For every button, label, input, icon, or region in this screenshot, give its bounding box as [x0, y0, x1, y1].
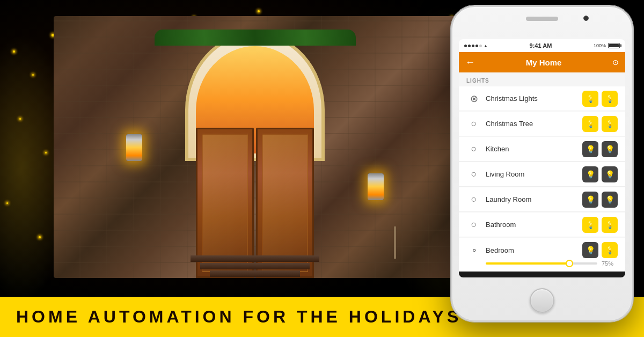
light-icon-3: ○	[466, 167, 481, 182]
light-item-3: ○Living Room💡💡	[459, 162, 625, 187]
light-icon-1: ○	[466, 116, 481, 131]
bedroom-controls: 💡 💡	[582, 242, 618, 258]
light-off-btn-3[interactable]: 💡	[582, 166, 598, 182]
dot-2	[468, 45, 471, 47]
back-button[interactable]: ←	[465, 57, 475, 68]
light-controls-4: 💡💡	[582, 192, 618, 208]
light-off-btn-0[interactable]: 💡	[582, 91, 598, 107]
light-on-btn-0[interactable]: 💡	[602, 91, 618, 107]
light-item-5: ○Bathroom💡💡	[459, 213, 625, 237]
phone-outer: ▲ 9:41 AM 100% ← My Home ⊙ LIGHTS	[451, 5, 633, 322]
light-off-btn-4[interactable]: 💡	[582, 192, 598, 208]
step-3	[210, 270, 300, 277]
light-off-btn-5[interactable]: 💡	[582, 217, 598, 233]
light-name-5: Bathroom	[486, 221, 582, 229]
slider-pct: 75%	[602, 260, 618, 267]
railing	[394, 226, 396, 259]
lights-list: ⊗Christmas Lights💡💡○Christmas Tree💡💡○Kit…	[459, 86, 625, 237]
step-2	[200, 263, 310, 269]
light-name-1: Christmas Tree	[486, 120, 582, 128]
slider-thumb	[566, 260, 573, 267]
light-on-btn-1[interactable]: 💡	[602, 116, 618, 132]
battery-pct: 100%	[594, 43, 606, 48]
light-on-btn-3[interactable]: 💡	[602, 166, 618, 182]
light-icon-4: ○	[466, 192, 481, 207]
dot-1	[464, 45, 467, 47]
bedroom-top: ⚬ Bedroom 💡 💡	[466, 240, 618, 260]
light-controls-0: 💡💡	[582, 91, 618, 107]
bedroom-on-button[interactable]: 💡	[602, 242, 618, 258]
dot-3	[472, 45, 474, 47]
status-time: 9:41 AM	[530, 42, 552, 49]
battery-fill	[609, 44, 619, 47]
light-off-btn-1[interactable]: 💡	[582, 116, 598, 132]
slider-fill	[486, 262, 569, 265]
app-header: ← My Home ⊙	[459, 52, 625, 72]
bedroom-icon: ⚬	[466, 243, 481, 258]
app-footer: powered by ⊕ ALARM.COM	[459, 272, 625, 277]
lantern-right	[368, 173, 384, 200]
brightness-slider[interactable]	[486, 262, 597, 265]
light-on-btn-5[interactable]: 💡	[602, 217, 618, 233]
dot-4	[475, 45, 478, 47]
bedroom-slider-row: 75%	[466, 260, 618, 267]
light-icon-2: ○	[466, 142, 481, 157]
front-steps	[191, 255, 319, 278]
app-content: LIGHTS ⊗Christmas Lights💡💡○Christmas Tre…	[459, 72, 625, 272]
light-controls-3: 💡💡	[582, 166, 618, 182]
light-controls-1: 💡💡	[582, 116, 618, 132]
light-icon-5: ○	[466, 217, 481, 232]
menu-button[interactable]: ⊙	[612, 58, 619, 67]
lantern-left	[126, 134, 142, 161]
light-on-btn-4[interactable]: 💡	[602, 192, 618, 208]
signal-dots	[464, 45, 482, 47]
phone-speaker	[526, 17, 558, 21]
step-1	[191, 255, 319, 262]
header-title: My Home	[526, 58, 562, 67]
light-item-1: ○Christmas Tree💡💡	[459, 112, 625, 136]
home-button[interactable]	[530, 288, 554, 313]
bedroom-name: Bedroom	[486, 246, 582, 254]
phone-screen: ▲ 9:41 AM 100% ← My Home ⊙ LIGHTS	[459, 39, 625, 277]
light-item-0: ⊗Christmas Lights💡💡	[459, 86, 625, 111]
arch-garland	[155, 30, 356, 46]
status-left: ▲	[464, 43, 488, 48]
bedroom-row: ⚬ Bedroom 💡 💡 75%	[459, 238, 625, 272]
light-on-btn-2[interactable]: 💡	[602, 141, 618, 157]
status-right: 100%	[594, 43, 620, 48]
section-label: LIGHTS	[459, 72, 625, 86]
light-name-0: Christmas Lights	[486, 94, 582, 102]
light-icon-0: ⊗	[466, 91, 481, 106]
phone-camera	[583, 16, 589, 21]
light-controls-5: 💡💡	[582, 217, 618, 233]
light-name-4: Laundry Room	[486, 195, 582, 203]
battery-bar	[608, 43, 620, 48]
dot-5	[479, 45, 482, 47]
light-name-3: Living Room	[486, 170, 582, 178]
banner-text: Home Automation For The Holidays	[16, 307, 462, 327]
light-name-2: Kitchen	[486, 145, 582, 153]
light-item-4: ○Laundry Room💡💡	[459, 187, 625, 212]
status-bar: ▲ 9:41 AM 100%	[459, 39, 625, 52]
light-off-btn-2[interactable]: 💡	[582, 141, 598, 157]
house	[54, 16, 456, 278]
bedroom-off-button[interactable]: 💡	[582, 242, 598, 258]
light-item-2: ○Kitchen💡💡	[459, 137, 625, 162]
footer-brand: powered by ⊕ ALARM.COM	[507, 277, 576, 278]
phone-mockup: ▲ 9:41 AM 100% ← My Home ⊙ LIGHTS	[451, 5, 633, 322]
light-controls-2: 💡💡	[582, 141, 618, 157]
wifi-icon: ▲	[484, 43, 488, 48]
